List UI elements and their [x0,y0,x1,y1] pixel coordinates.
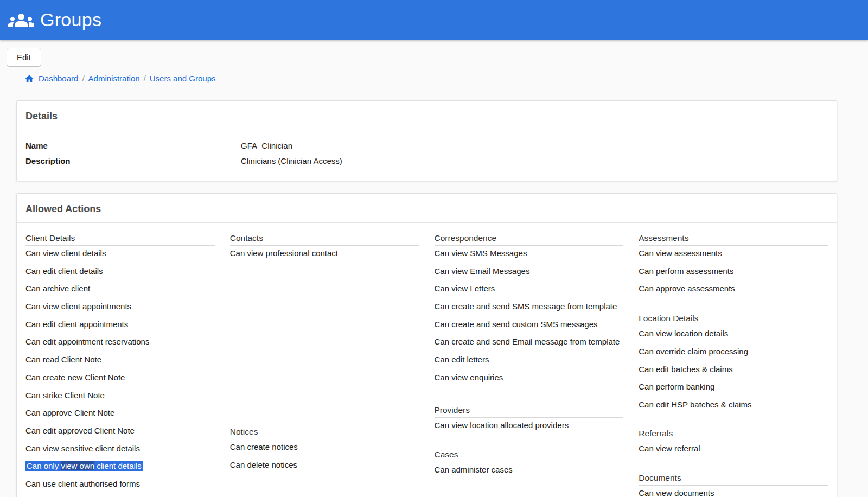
action-item: Can perform assessments [639,266,828,277]
section-documents: Documents Can view documents [639,473,828,497]
action-item: Can administer cases [435,464,624,475]
actions-column-1: Client Details Can view client detailsCa… [25,233,215,497]
section-client-details: Client Details Can view client detailsCa… [25,233,215,489]
actions-column-3: Correspondence Can view SMS MessagesCan … [435,233,624,497]
section-title: Documents [639,473,828,486]
action-item: Can view location details [639,328,828,339]
details-card: Details Name GFA_Clinician Description C… [16,100,837,181]
section-title: Cases [435,449,624,462]
section-title: Location Details [639,313,828,326]
section-cases: Cases Can administer cases [435,449,624,475]
section-location-details: Location Details Can view location detai… [639,313,828,410]
actions-column-2: Contacts Can view professional contact N… [230,233,419,497]
section-referrals: Referrals Can view referral [639,428,828,454]
action-item: Can view location allocated providers [435,420,624,431]
action-item: Can edit appointment reservations [25,336,215,347]
field-label: Name [25,141,241,151]
section-notices: Notices Can create noticesCan delete not… [230,426,419,470]
actions-column-4: Assessments Can view assessmentsCan perf… [639,233,828,497]
action-item: Can edit letters [435,354,624,365]
section-providers: Providers Can view location allocated pr… [435,405,624,431]
allowed-actions-card: Allowed Actions Client Details Can view … [16,193,837,497]
allowed-actions-grid: Client Details Can view client detailsCa… [17,223,837,497]
groups-icon [8,7,35,34]
section-title: Contacts [230,233,419,246]
action-item: Can perform banking [639,381,828,392]
action-item: Can only view own client details [25,461,215,471]
action-item: Can read Client Note [25,354,215,365]
field-label: Description [25,156,241,167]
action-item: Can view enquiries [435,372,624,383]
selected-text-dark: view own [61,461,94,470]
action-item: Can delete notices [230,460,419,470]
breadcrumb-link-users-and-groups[interactable]: Users and Groups [150,73,216,84]
home-icon[interactable] [24,74,34,84]
selected-text: Can only view own client details [25,461,143,471]
field-value: GFA_Clinician [241,141,292,151]
action-item: Can use client authorised forms [25,479,215,489]
page-title: Groups [40,9,101,30]
breadcrumb-link-dashboard[interactable]: Dashboard [39,73,78,84]
action-item: Can view referral [639,443,828,454]
action-item: Can view client appointments [25,301,215,312]
action-item: Can strike Client Note [25,390,215,401]
action-item: Can create and send Email message from t… [435,336,624,347]
action-item: Can view documents [639,488,828,497]
section-title: Correspondence [435,233,624,246]
field-row-name: Name GFA_Clinician [25,141,828,151]
details-fields: Name GFA_Clinician Description Clinician… [17,130,837,181]
action-item: Can create notices [230,442,419,453]
section-title: Referrals [639,428,828,441]
action-item: Can view client details [25,248,215,259]
action-item: Can view sensitive client details [25,443,215,454]
section-title: Client Details [25,233,215,246]
action-item: Can view assessments [639,248,828,259]
action-item: Can view Email Messages [435,266,624,277]
action-item: Can view SMS Messages [435,248,624,259]
allowed-actions-card-title: Allowed Actions [17,194,837,223]
breadcrumb-separator: / [140,73,150,84]
details-card-title: Details [17,101,837,130]
action-item: Can edit client appointments [25,319,215,330]
action-item: Can edit HSP batches & claims [639,399,828,410]
section-assessments: Assessments Can view assessmentsCan perf… [639,233,828,294]
breadcrumb-separator: / [78,73,88,84]
page-header: Groups [0,0,868,40]
action-item: Can create and send custom SMS messages [435,319,624,330]
action-item: Can archive client [25,283,215,294]
action-item: Can edit batches & claims [639,364,828,375]
section-title: Assessments [639,233,828,246]
action-item: Can approve Client Note [25,407,215,418]
action-item: Can approve assessments [639,283,828,294]
action-item: Can create and send SMS message from tem… [435,301,624,312]
action-item: Can edit approved Client Note [25,425,215,436]
field-row-description: Description Clinicians (Clinician Access… [25,156,828,167]
breadcrumb-link-administration[interactable]: Administration [88,73,140,84]
action-item: Can view Letters [435,283,624,294]
section-title: Providers [435,405,624,418]
action-item: Can override claim processing [639,346,828,357]
breadcrumb: Dashboard / Administration / Users and G… [24,73,868,84]
section-correspondence: Correspondence Can view SMS MessagesCan … [435,233,624,383]
action-item: Can edit client details [25,266,215,277]
field-value: Clinicians (Clinician Access) [241,156,342,167]
action-item: Can view professional contact [230,248,419,259]
edit-button[interactable]: Edit [7,48,41,67]
action-item: Can create new Client Note [25,372,215,383]
section-title: Notices [230,426,419,439]
section-contacts: Contacts Can view professional contact [230,233,419,259]
